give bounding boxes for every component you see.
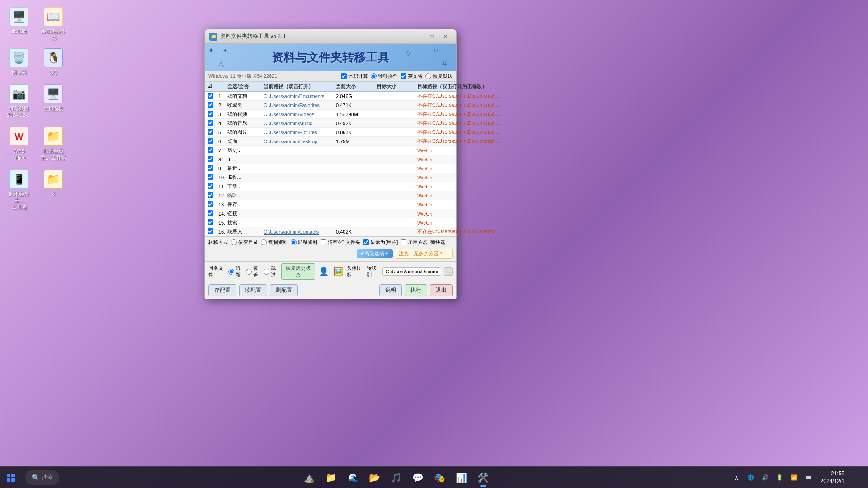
row-num: 2. bbox=[217, 103, 226, 108]
row-checkbox[interactable] bbox=[207, 120, 217, 127]
avatar-icon-display: 👤 bbox=[319, 267, 329, 277]
window-minimize-btn[interactable]: ─ bbox=[412, 32, 425, 41]
bottom-options-row2: 同名文件 留新 覆盖 跳过 恢复历史状态 👤 🖼️ 头像图标 转移到 ... bbox=[205, 262, 456, 282]
taskbar-tiktok-btn[interactable]: 🎵 bbox=[387, 468, 406, 488]
move-op-option[interactable]: 转移操作 bbox=[371, 73, 398, 80]
tray-wifi-icon[interactable]: 📶 bbox=[788, 471, 801, 484]
desktop-icon-recycle[interactable]: 🗑️ 回收站 bbox=[4, 46, 34, 78]
eng-name-option[interactable]: 英文名 bbox=[401, 73, 423, 80]
desktop-icon-wps[interactable]: W WPSOffice bbox=[4, 124, 34, 164]
row-checkbox[interactable] bbox=[207, 174, 217, 181]
tray-network-icon[interactable]: 🌐 bbox=[745, 471, 757, 484]
row-checkbox[interactable] bbox=[207, 93, 217, 99]
target-path-input[interactable] bbox=[382, 267, 441, 276]
taskbar-ppt-btn[interactable]: 📊 bbox=[452, 468, 472, 488]
clear-files-option[interactable]: 清空4个文件夹 bbox=[321, 239, 360, 246]
taskbar-search[interactable]: 🔍 搜索 bbox=[25, 470, 59, 485]
transfer-mode-label: 转移方式 bbox=[208, 239, 228, 246]
exit-btn[interactable]: 退出 bbox=[430, 284, 453, 296]
tray-speaker-icon[interactable]: 🔊 bbox=[759, 471, 772, 484]
advanced-options-btn[interactable]: ✔高级选项▼ bbox=[357, 249, 393, 258]
desktop-icon-config[interactable]: 📁 腾讯会员主... 工具箱 bbox=[38, 124, 69, 164]
row-checkbox[interactable] bbox=[207, 192, 217, 199]
skip-option[interactable]: 跳过 bbox=[264, 265, 278, 278]
row-current-path: C:\Users\admin\Music bbox=[263, 121, 335, 126]
taskbar-clock[interactable]: 21:55 2024/12/1 bbox=[817, 470, 848, 485]
move-op-label: 转移操作 bbox=[378, 73, 398, 80]
row-checkbox[interactable] bbox=[207, 111, 217, 117]
desktop-icon-folder3[interactable]: 📁 3 bbox=[38, 167, 69, 213]
desktop-icon-dashboard[interactable]: 🖥️ 虚拟面板 bbox=[38, 82, 69, 121]
add-username-option[interactable]: 加用户名 bbox=[401, 239, 428, 246]
transfer-data-option[interactable]: 转移资料 bbox=[291, 239, 318, 246]
row-checkbox[interactable] bbox=[207, 138, 217, 145]
row-checkbox[interactable] bbox=[207, 156, 217, 163]
taskbar-filemanager-btn[interactable]: 📂 bbox=[365, 468, 385, 488]
save-config-btn[interactable]: 存配置 bbox=[208, 284, 236, 296]
tray-chevron[interactable]: ∧ bbox=[730, 471, 743, 484]
show-user-option[interactable]: 显示为[用户] bbox=[363, 239, 398, 246]
change-dir-option[interactable]: 依变目录 bbox=[231, 239, 258, 246]
row-checkbox[interactable] bbox=[207, 228, 217, 235]
taskbar-wechat-btn[interactable]: 💬 bbox=[408, 468, 428, 488]
row-name: 我的图片 bbox=[226, 129, 263, 136]
row-checkbox[interactable] bbox=[207, 129, 217, 136]
row-name: 搜索... bbox=[226, 219, 263, 226]
row-checkbox[interactable] bbox=[207, 210, 217, 217]
search-icon: 🔍 bbox=[32, 474, 39, 481]
taskbar-tool-btn[interactable]: 🛠️ bbox=[473, 468, 493, 488]
tray-keyboard-icon[interactable]: ⌨️ bbox=[802, 471, 815, 484]
window-maximize-btn[interactable]: □ bbox=[425, 32, 438, 41]
keep-new-option[interactable]: 留新 bbox=[228, 265, 243, 278]
show-desktop-btn[interactable] bbox=[850, 471, 863, 484]
read-config-btn[interactable]: 读配置 bbox=[239, 284, 267, 296]
row-checkbox[interactable] bbox=[207, 165, 217, 172]
header-target-path: 目标路径（双击打开后击修改） bbox=[416, 83, 502, 90]
clear-files-label: 清空4个文件夹 bbox=[328, 239, 360, 246]
row-checkbox[interactable] bbox=[207, 147, 217, 154]
taskbar-widget-btn[interactable]: ⛰️ bbox=[300, 468, 320, 488]
row-checkbox[interactable] bbox=[207, 183, 217, 190]
taskbar-media-btn[interactable]: 🎭 bbox=[430, 468, 450, 488]
explain-btn[interactable]: 说明 bbox=[379, 284, 402, 296]
show-user-label: 显示为[用户] bbox=[370, 239, 398, 246]
desktop-icon-novel[interactable]: 📖 番茄免费小说 bbox=[38, 5, 69, 44]
row-current-size: 1.75M bbox=[335, 139, 376, 144]
row-checkbox[interactable] bbox=[207, 102, 217, 108]
execute-btn[interactable]: 执行 bbox=[405, 284, 427, 296]
restore-history-btn[interactable]: 恢复历史状态 bbox=[281, 263, 315, 280]
svg-rect-0 bbox=[7, 474, 10, 477]
row-current-size: 0.863K bbox=[335, 130, 376, 135]
desktop-icon-screenshot-label: 屏幕截图2024-12-... bbox=[7, 105, 31, 118]
desktop-icon-screenshot[interactable]: 📷 屏幕截图2024-12-... bbox=[4, 82, 34, 121]
desktop-icon-qq[interactable]: 🐧 QQ bbox=[38, 46, 69, 78]
row-current-path: C:\Users\admin\Documents bbox=[263, 94, 335, 99]
filemanager-icon: 📂 bbox=[369, 472, 380, 483]
browse-btn[interactable]: ... bbox=[444, 267, 453, 276]
taskbar-edge-btn[interactable]: 🌊 bbox=[343, 468, 363, 488]
header-select-all[interactable]: 全选/全否 bbox=[226, 83, 263, 90]
row-checkbox[interactable] bbox=[207, 201, 217, 208]
delete-config-btn[interactable]: 删配置 bbox=[270, 284, 298, 296]
desktop-icon-tencent-label: 腾讯会员主...工具箱 bbox=[5, 191, 33, 210]
row-checkbox[interactable] bbox=[207, 219, 217, 226]
desktop-icon-computer[interactable]: 🖥️ 此电脑 bbox=[4, 5, 34, 44]
header-current-size: 当前大小 bbox=[335, 83, 376, 90]
desktop-icon-computer-label: 此电脑 bbox=[12, 28, 27, 34]
row-num: 4. bbox=[217, 121, 226, 126]
move-to-label: 转移到 bbox=[367, 265, 380, 278]
row-target-path: 不存在C:\Users\admin\Documents\WeCh bbox=[416, 102, 502, 108]
restore-default-option[interactable]: 恢复默认 bbox=[425, 73, 453, 80]
desktop-icon-tencent[interactable]: 📱 腾讯会员主...工具箱 bbox=[4, 167, 34, 213]
window-close-btn[interactable]: ✕ bbox=[439, 32, 452, 41]
row-name: 下载... bbox=[226, 183, 263, 190]
taskbar-explorer-btn[interactable]: 📁 bbox=[321, 468, 341, 488]
overwrite-option[interactable]: 覆盖 bbox=[246, 265, 261, 278]
volume-calc-option[interactable]: 体积计算 bbox=[341, 73, 368, 80]
row-target-path: \WeCh bbox=[416, 202, 502, 207]
copy-data-label: 复制资料 bbox=[268, 239, 288, 246]
start-button[interactable] bbox=[0, 467, 22, 488]
tray-battery-icon[interactable]: 🔋 bbox=[774, 471, 786, 484]
copy-data-option[interactable]: 复制资料 bbox=[261, 239, 288, 246]
row-num: 6. bbox=[217, 139, 226, 144]
